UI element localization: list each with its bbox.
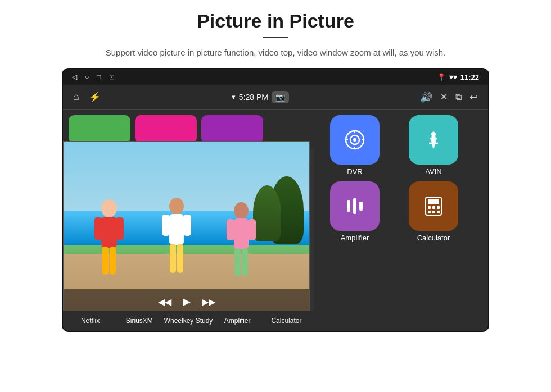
svg-rect-2 [94,217,102,240]
svg-rect-11 [177,244,183,273]
left-content: 📷 − + ⊗ [63,110,314,331]
status-bar-left: ◁ ○ □ ⊡ [72,73,115,81]
amplifier-label: Amplifier [341,234,369,242]
svg-rect-26 [347,200,350,212]
siriusxm-label: SiriusXM [115,317,164,325]
nav-bar-center: ▾ 5:28 PM 📷 [232,91,289,103]
recents-nav-icon[interactable]: □ [97,73,101,81]
svg-rect-13 [234,218,249,249]
title-divider [263,37,288,38]
app-row-1: DVR AVIN [318,115,484,176]
pip-prev-button[interactable]: ◀◀ [158,297,171,307]
window-icon[interactable]: ⧉ [455,92,462,102]
svg-point-20 [353,138,356,142]
video-scene [64,142,309,314]
svg-rect-17 [242,248,248,276]
app-btn-green[interactable] [69,115,130,143]
dvr-icon[interactable] [330,115,380,165]
netflix-label: Netflix [66,317,115,325]
wifi-signal-icon: ▾ [232,93,236,101]
nav-time: 5:28 PM [239,93,268,102]
svg-point-6 [169,198,184,215]
svg-rect-31 [428,206,431,209]
figure3 [219,200,264,285]
location-icon: 📍 [437,73,446,81]
figure2 [154,196,199,283]
back-icon[interactable]: ↩ [469,91,478,103]
calculator-icon[interactable] [409,181,458,231]
wheelkey-label: Wheelkey Study [164,317,213,325]
svg-rect-27 [353,198,356,214]
svg-rect-14 [227,219,234,240]
svg-point-25 [431,132,436,136]
home-nav-icon[interactable]: ○ [85,73,89,81]
camera-button[interactable]: 📷 [272,91,289,103]
nav-bar: ⌂ ⚡ ▾ 5:28 PM 📷 🔊 ✕ ⧉ ↩ [63,85,488,110]
svg-rect-1 [101,217,117,248]
calculator-bottom-label: Calculator [262,317,311,325]
svg-point-12 [234,202,249,219]
main-area: 📷 − + ⊗ [63,110,488,331]
svg-rect-9 [183,215,191,236]
calculator-label: Calculator [417,234,450,242]
signal-icon: ▾▾ [449,73,457,81]
screenshot-nav-icon[interactable]: ⊡ [109,73,115,81]
status-bar: ◁ ○ □ ⊡ 📍 ▾▾ 11:22 [63,69,488,85]
pip-next-button[interactable]: ▶▶ [202,297,215,307]
status-time: 11:22 [460,73,479,81]
amplifier-bottom-label: Amplifier [213,317,262,325]
dvr-label: DVR [347,167,362,176]
svg-rect-4 [102,247,109,275]
app-amplifier-wrapper: Amplifier [318,181,391,242]
close-x-icon[interactable]: ✕ [440,92,448,102]
usb-icon[interactable]: ⚡ [89,92,101,102]
svg-point-0 [101,199,117,217]
app-grid-area: DVR AVIN [314,110,488,331]
svg-rect-3 [116,217,124,240]
app-calculator-wrapper: Calculator [397,181,470,242]
svg-rect-32 [432,206,435,209]
app-row-2: Amplifier [318,181,484,242]
svg-rect-10 [170,244,176,273]
camera-icon: 📷 [276,93,285,102]
amplifier-icon[interactable] [330,181,380,231]
home-icon[interactable]: ⌂ [73,91,79,103]
device-frame: ◁ ○ □ ⊡ 📍 ▾▾ 11:22 ⌂ ⚡ ▾ 5:28 PM 📷 [62,68,489,332]
svg-rect-28 [359,202,363,211]
figure1 [87,197,132,281]
svg-rect-5 [110,247,116,275]
svg-rect-16 [234,248,241,276]
nav-bar-left: ⌂ ⚡ [73,91,101,103]
page-title: Picture in Picture [197,10,354,32]
app-btn-pink[interactable] [135,115,197,143]
page-wrapper: Picture in Picture Support video picture… [0,0,551,392]
back-nav-icon[interactable]: ◁ [72,73,77,81]
volume-icon[interactable]: 🔊 [420,91,432,103]
nav-bar-right: 🔊 ✕ ⧉ ↩ [420,91,478,103]
svg-rect-7 [169,214,184,245]
status-bar-right: 📍 ▾▾ 11:22 [437,73,479,81]
app-btn-purple[interactable] [201,115,263,143]
svg-rect-36 [437,211,440,213]
svg-rect-34 [428,211,431,213]
avin-icon[interactable] [409,115,458,165]
page-subtitle: Support video picture in picture functio… [106,46,445,59]
bottom-labels-row: Netflix SiriusXM Wheelkey Study Amplifie… [63,311,314,331]
pip-play-button[interactable]: ▶ [183,295,191,308]
svg-rect-15 [248,219,256,240]
pip-container: 📷 − + ⊗ [63,141,310,315]
svg-rect-35 [432,211,435,213]
svg-rect-30 [428,199,439,204]
avin-label: AVIN [425,167,441,176]
svg-rect-33 [437,206,440,209]
app-avin-wrapper: AVIN [397,115,470,176]
svg-rect-8 [162,215,170,236]
app-dvr-wrapper: DVR [318,115,391,176]
